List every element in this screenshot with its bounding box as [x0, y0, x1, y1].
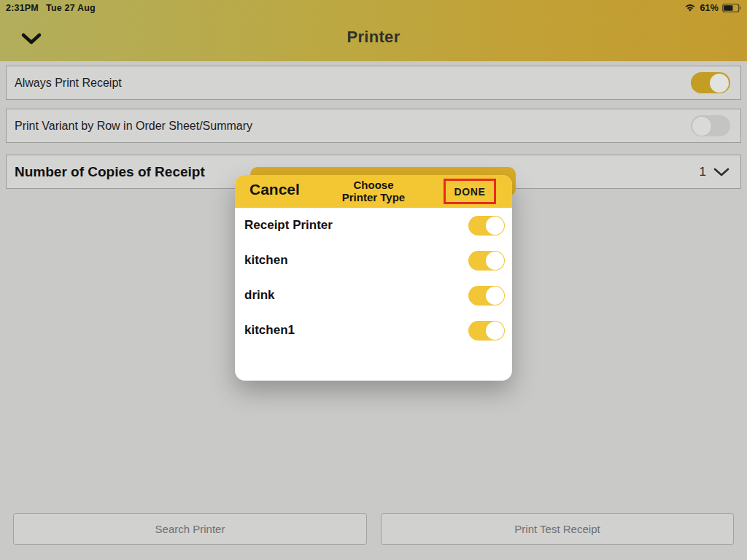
print-variant-toggle[interactable] — [691, 115, 730, 136]
toggle-knob — [486, 252, 504, 270]
printer-row-kitchen: kitchen — [235, 243, 512, 278]
setting-label: Number of Copies of Receipt — [15, 164, 205, 180]
chevron-down-icon[interactable] — [713, 167, 730, 177]
search-printer-button[interactable]: Search Printer — [13, 513, 367, 545]
app-header: Printer — [0, 16, 747, 61]
toggle-knob — [692, 117, 711, 136]
always-print-receipt-toggle[interactable] — [691, 72, 730, 93]
modal-header: Cancel Choose Printer Type DONE — [235, 175, 512, 208]
setting-row-print-variant-by-row: Print Variant by Row in Order Sheet/Summ… — [6, 109, 741, 143]
printer-name: kitchen1 — [244, 323, 295, 338]
done-button-highlight-box[interactable]: DONE — [444, 179, 496, 204]
toggle-knob — [486, 287, 504, 305]
toggle-knob — [486, 217, 504, 235]
choose-printer-type-modal: Cancel Choose Printer Type DONE Receipt … — [235, 175, 512, 381]
kitchen1-toggle[interactable] — [468, 321, 505, 341]
battery-percent: 61% — [700, 3, 719, 13]
printer-name: kitchen — [244, 253, 288, 268]
receipt-printer-toggle[interactable] — [468, 216, 505, 236]
wifi-icon — [684, 4, 696, 12]
printer-name: Receipt Printer — [244, 218, 333, 233]
modal-title: Choose Printer Type — [301, 179, 446, 203]
drink-toggle[interactable] — [468, 286, 505, 306]
status-date: Tue 27 Aug — [46, 3, 96, 13]
page-title: Printer — [0, 28, 747, 47]
toggle-knob — [710, 74, 729, 93]
modal-title-line2: Printer Type — [301, 191, 446, 203]
setting-row-always-print-receipt: Always Print Receipt — [6, 66, 741, 100]
cancel-button[interactable]: Cancel — [249, 181, 300, 198]
setting-label: Print Variant by Row in Order Sheet/Summ… — [15, 120, 252, 133]
printer-name: drink — [244, 288, 275, 303]
printer-row-receipt-printer: Receipt Printer — [235, 208, 512, 243]
done-button[interactable]: DONE — [454, 186, 486, 198]
toggle-knob — [486, 322, 504, 340]
printer-row-drink: drink — [235, 278, 512, 313]
battery-icon — [722, 4, 741, 12]
modal-title-line1: Choose — [301, 179, 446, 191]
status-bar: 2:31PM Tue 27 Aug 61% — [0, 0, 747, 16]
app-header-background: 2:31PM Tue 27 Aug 61% — [0, 0, 747, 61]
status-time: 2:31PM — [6, 3, 39, 13]
printer-list: Receipt Printer kitchen drink kitchen1 — [235, 208, 512, 348]
print-test-receipt-button[interactable]: Print Test Receipt — [381, 513, 734, 545]
copies-value: 1 — [700, 165, 706, 179]
kitchen-toggle[interactable] — [468, 251, 505, 271]
setting-label: Always Print Receipt — [15, 77, 122, 90]
printer-row-kitchen1: kitchen1 — [235, 313, 512, 348]
